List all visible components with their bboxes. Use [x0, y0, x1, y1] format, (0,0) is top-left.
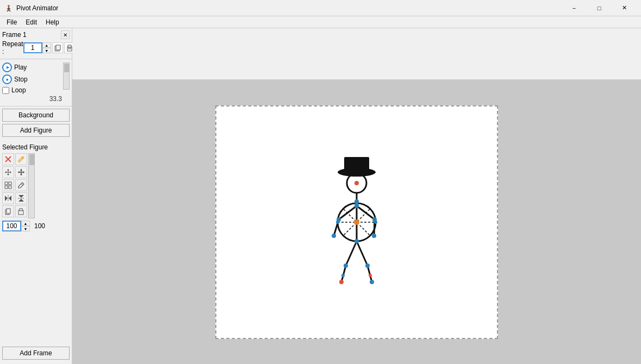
- tool-row-4: [2, 192, 27, 204]
- svg-rect-27: [9, 182, 11, 185]
- tool-row-3: [2, 179, 27, 191]
- controls-section: Play Stop Loop: [0, 59, 72, 106]
- svg-marker-32: [9, 196, 11, 201]
- svg-marker-35: [18, 199, 24, 202]
- svg-rect-42: [344, 157, 369, 173]
- loop-label: Loop: [11, 86, 26, 94]
- svg-line-30: [21, 184, 23, 185]
- size-increment[interactable]: ▲: [21, 221, 30, 226]
- grid-button[interactable]: [2, 179, 14, 191]
- play-button[interactable]: Play: [2, 62, 27, 72]
- svg-point-17: [10, 172, 11, 173]
- frame-copy-button[interactable]: [52, 42, 63, 53]
- app-title: Pivot Animator: [16, 4, 562, 12]
- svg-point-77: [374, 221, 377, 224]
- left-panel-spacer: [0, 245, 72, 344]
- size-input[interactable]: 100: [2, 221, 21, 231]
- svg-point-64: [332, 234, 336, 238]
- svg-marker-23: [20, 174, 22, 175]
- stickman-figure[interactable]: [313, 152, 400, 293]
- selected-figure-label: Selected Figure: [2, 143, 70, 151]
- minimize-button[interactable]: −: [562, 0, 587, 16]
- color-picker-button[interactable]: [15, 179, 27, 191]
- speed-scrollbar[interactable]: [63, 62, 70, 90]
- tools-main: [2, 153, 27, 218]
- repeat-decrement[interactable]: ▼: [42, 48, 51, 53]
- flip-vertical-button[interactable]: [15, 192, 27, 204]
- repeat-increment[interactable]: ▲: [42, 42, 51, 48]
- bg-figure-section: Background Add Figure: [0, 106, 72, 141]
- repeat-spinner: 1 ▲ ▼: [23, 42, 51, 53]
- svg-point-59: [354, 181, 359, 185]
- svg-point-15: [5, 172, 7, 173]
- tool-row-2: [2, 166, 27, 178]
- paste-figure-button[interactable]: [15, 205, 27, 217]
- size-row: 100 ▲ ▼ 100: [2, 221, 70, 231]
- play-label: Play: [14, 64, 27, 71]
- add-figure-button[interactable]: Add Figure: [2, 124, 70, 137]
- frame-close-button[interactable]: ✕: [61, 30, 70, 39]
- svg-rect-28: [5, 186, 8, 189]
- edit-figure-button[interactable]: [15, 153, 27, 165]
- delete-figure-button[interactable]: [2, 153, 14, 165]
- repeat-label: Repeat :: [2, 40, 23, 55]
- close-button[interactable]: ✕: [612, 0, 637, 16]
- svg-marker-31: [5, 196, 8, 201]
- figure-tools-thumb: [29, 154, 35, 165]
- svg-line-5: [9, 10, 10, 11]
- menu-help[interactable]: Help: [41, 17, 64, 27]
- loop-checkbox[interactable]: [2, 87, 9, 94]
- copy-figure-button[interactable]: [2, 205, 14, 217]
- title-bar: Pivot Animator − □ ✕: [0, 0, 641, 16]
- frame-label: Frame 1: [2, 31, 27, 39]
- svg-point-67: [354, 219, 359, 225]
- speed-thumb: [64, 64, 70, 72]
- maximize-button[interactable]: □: [587, 0, 612, 16]
- figure-tools-scrollbar[interactable]: [28, 153, 35, 218]
- menu-edit[interactable]: Edit: [21, 17, 41, 27]
- canvas-main[interactable]: [72, 80, 641, 364]
- tool-row-5: [2, 205, 27, 217]
- stop-label: Stop: [14, 76, 28, 83]
- left-panel: Frame 1 ✕ Repeat : 1 ▲ ▼: [0, 28, 72, 364]
- svg-point-69: [365, 263, 370, 268]
- svg-point-16: [8, 170, 9, 171]
- duplicate-nodes-button[interactable]: [2, 166, 14, 178]
- move-button[interactable]: [15, 166, 27, 178]
- svg-point-73: [369, 274, 372, 277]
- svg-rect-29: [9, 186, 11, 189]
- svg-rect-38: [7, 209, 10, 214]
- frame-strip: [72, 28, 641, 80]
- main-layout: Frame 1 ✕ Repeat : 1 ▲ ▼: [0, 28, 641, 364]
- svg-marker-25: [23, 171, 24, 173]
- svg-line-53: [357, 241, 368, 266]
- svg-line-52: [341, 266, 346, 282]
- menu-file[interactable]: File: [2, 17, 21, 27]
- svg-point-71: [370, 280, 374, 284]
- selected-figure-section: Selected Figure: [0, 141, 72, 245]
- frames-section: Frame 1 ✕ Repeat : 1 ▲ ▼: [0, 28, 72, 59]
- app-icon: [4, 4, 13, 12]
- svg-rect-40: [20, 209, 22, 211]
- svg-line-54: [368, 266, 372, 282]
- size-decrement[interactable]: ▼: [21, 226, 30, 231]
- svg-point-74: [355, 202, 358, 205]
- svg-point-0: [8, 5, 10, 7]
- add-frame-button[interactable]: Add Frame: [2, 347, 70, 360]
- repeat-input[interactable]: 1: [23, 42, 42, 53]
- svg-point-72: [341, 274, 345, 277]
- svg-marker-34: [18, 195, 24, 198]
- svg-rect-7: [56, 45, 60, 50]
- svg-line-51: [346, 241, 357, 266]
- canvas-area: [72, 28, 641, 364]
- fps-display: 33.3: [2, 95, 70, 103]
- canvas-inner[interactable]: [215, 105, 498, 339]
- svg-rect-9: [68, 45, 71, 47]
- stop-button[interactable]: Stop: [2, 74, 28, 84]
- background-button[interactable]: Background: [2, 109, 70, 122]
- flip-horizontal-button[interactable]: [2, 192, 14, 204]
- tool-row-1: [2, 153, 27, 165]
- svg-point-76: [336, 221, 339, 224]
- figure-tools: [2, 153, 70, 218]
- menu-bar: File Edit Help: [0, 16, 641, 28]
